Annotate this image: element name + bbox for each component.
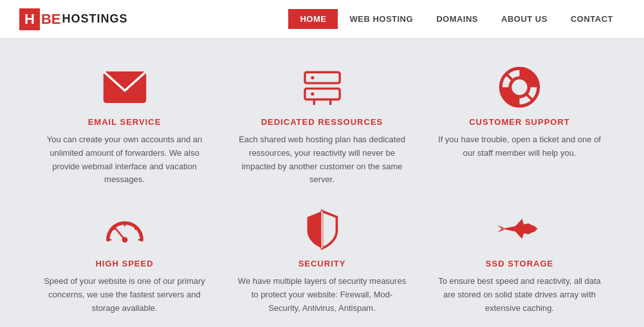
nav-item-home[interactable]: HOME (288, 9, 338, 29)
lifebuoy-icon (497, 64, 542, 109)
dedicated-resources-desc: Each shared web hosting plan has dedicat… (236, 133, 408, 187)
security-desc: We have multiple layers of security meas… (236, 275, 408, 315)
email-service-title: EMAIL SERVICE (88, 117, 161, 127)
ssd-storage-desc: To ensure best speed and reactivity, all… (434, 275, 605, 315)
nav-item-web-hosting[interactable]: WEB HOSTING (338, 9, 425, 29)
email-service-desc: You can create your own accounts and an … (39, 133, 210, 187)
feature-high-speed: HIGH SPEED Speed of your website is one … (39, 206, 210, 315)
server-icon (300, 64, 345, 109)
svg-point-20 (123, 221, 126, 225)
svg-line-19 (115, 227, 125, 239)
nav-item-domains[interactable]: DOMAINS (425, 9, 490, 29)
svg-line-10 (526, 94, 533, 101)
speedometer-icon (102, 206, 147, 251)
svg-point-22 (526, 225, 537, 232)
feature-customer-support: CUSTOMER SUPPORT If you have trouble, op… (434, 64, 605, 187)
svg-rect-1 (304, 72, 339, 83)
feature-security: SECURITY We have multiple layers of secu… (236, 206, 408, 315)
main-nav: HOME WEB HOSTING DOMAINS ABOUT US CONTAC… (288, 9, 625, 29)
jet-icon (497, 206, 542, 251)
header: H BE HOSTINGS HOME WEB HOSTING DOMAINS A… (0, 0, 644, 39)
svg-point-4 (311, 92, 314, 95)
logo-be: BE (41, 11, 61, 28)
shield-icon (300, 206, 345, 251)
feature-ssd-storage: SSD STORAGE To ensure best speed and rea… (434, 206, 605, 315)
customer-support-desc: If you have trouble, open a ticket and o… (434, 133, 605, 160)
logo-hostings: HOSTINGS (62, 12, 127, 26)
logo-h: H (19, 8, 40, 30)
svg-rect-2 (304, 88, 339, 99)
customer-support-title: CUSTOMER SUPPORT (469, 117, 570, 127)
svg-line-9 (506, 73, 513, 80)
main-content: EMAIL SERVICE You can create your own ac… (0, 39, 644, 327)
nav-item-contact[interactable]: CONTACT (559, 9, 625, 29)
feature-dedicated-resources: DEDICATED RESSOURCES Each shared web hos… (236, 64, 408, 187)
feature-email-service: EMAIL SERVICE You can create your own ac… (39, 64, 210, 187)
svg-point-8 (510, 77, 529, 96)
nav-item-about-us[interactable]: ABOUT US (490, 9, 559, 29)
svg-point-3 (311, 76, 314, 79)
security-title: SECURITY (299, 259, 346, 268)
logo: H BE HOSTINGS (19, 8, 127, 30)
envelope-icon (102, 64, 147, 109)
features-grid: EMAIL SERVICE You can create your own ac… (39, 64, 605, 315)
dedicated-resources-title: DEDICATED RESSOURCES (261, 117, 383, 127)
high-speed-title: HIGH SPEED (95, 259, 153, 268)
high-speed-desc: Speed of your website is one of our prim… (39, 275, 210, 315)
ssd-storage-title: SSD STORAGE (486, 259, 553, 268)
